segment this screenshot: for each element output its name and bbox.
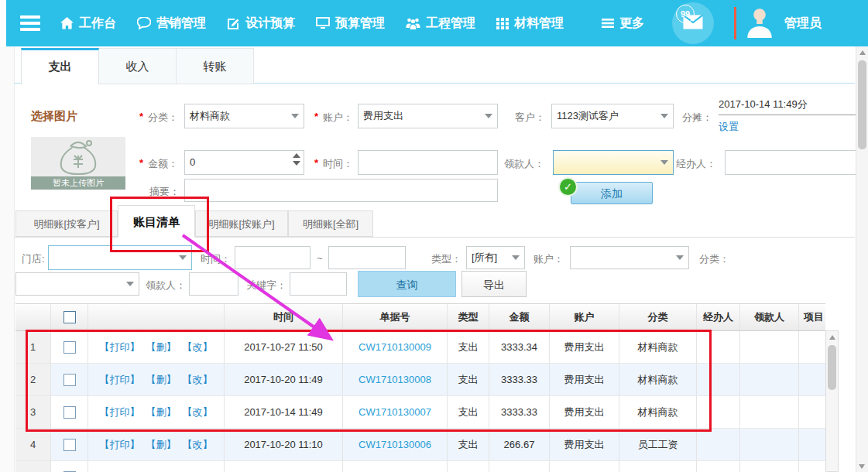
cell-type: 支出 bbox=[448, 331, 489, 363]
nav-item-more[interactable]: 更多 bbox=[602, 15, 644, 32]
doc-no-link[interactable]: CW1710130007 bbox=[343, 396, 448, 428]
time-from-field[interactable] bbox=[235, 246, 310, 269]
share-label: 分摊： bbox=[682, 111, 712, 125]
payee-filter-field[interactable] bbox=[189, 272, 238, 296]
delete-link[interactable]: 【删】 bbox=[146, 373, 177, 387]
row-checkbox[interactable] bbox=[63, 439, 76, 451]
edit-link[interactable]: 【改】 bbox=[183, 373, 213, 387]
cell-time: 2017-10-21 11:10 bbox=[225, 461, 343, 472]
type-filter-value: [所有] bbox=[472, 251, 497, 265]
top-navbar: 工作台 营销管理 设计预算 预算管理 工程管理 材料管理 bbox=[6, 0, 868, 46]
delete-link[interactable]: 【删】 bbox=[146, 340, 177, 354]
time-label: 时间： bbox=[323, 157, 353, 171]
print-link[interactable]: 【打印】 bbox=[100, 340, 140, 354]
row-checkbox[interactable] bbox=[63, 341, 76, 354]
keyword-field[interactable] bbox=[290, 272, 347, 296]
row-number: 2 bbox=[15, 364, 51, 395]
time-field[interactable] bbox=[358, 150, 498, 175]
chat-icon bbox=[137, 17, 151, 29]
doc-no-link[interactable]: CW1710130006 bbox=[343, 429, 448, 460]
print-link[interactable]: 【打印】 bbox=[100, 438, 140, 452]
nav-item-label: 工作台 bbox=[79, 15, 116, 32]
cell-payee bbox=[740, 429, 799, 460]
nav-item-engineering[interactable]: 工程管理 bbox=[406, 15, 475, 32]
cell-amount: 3333.33 bbox=[489, 396, 550, 428]
type-filter-select[interactable]: [所有] bbox=[466, 246, 525, 269]
page-scrollbar[interactable] bbox=[856, 46, 868, 472]
cell-agent bbox=[697, 331, 740, 363]
nav-item-label: 材料管理 bbox=[514, 15, 564, 32]
nav-item-design-budget[interactable]: 设计预算 bbox=[227, 15, 295, 32]
cell-payee bbox=[740, 461, 799, 472]
export-button[interactable]: 导出 bbox=[461, 271, 527, 297]
delete-link[interactable]: 【删】 bbox=[146, 438, 177, 452]
table-scrollbar[interactable] bbox=[825, 330, 839, 472]
print-link[interactable]: 【打印】 bbox=[100, 405, 140, 419]
delete-link[interactable]: 【删】 bbox=[146, 405, 177, 419]
row-checkbox[interactable] bbox=[63, 406, 76, 419]
row-checkbox[interactable] bbox=[63, 374, 76, 386]
print-link[interactable]: 【打印】 bbox=[100, 373, 140, 387]
tab-income[interactable]: 收入 bbox=[98, 48, 177, 84]
account-label: 账户： bbox=[323, 111, 353, 125]
account-select[interactable]: 费用支出 bbox=[358, 104, 498, 128]
summary-field[interactable] bbox=[184, 179, 498, 202]
row-number: 1 bbox=[15, 331, 51, 363]
account-filter-select[interactable] bbox=[570, 246, 689, 269]
hamburger-menu-icon[interactable] bbox=[20, 12, 40, 34]
page-scrollbar-thumb[interactable] bbox=[858, 60, 866, 149]
subtab-detail-by-customer[interactable]: 明细账[按客户] bbox=[15, 210, 118, 237]
tab-transfer[interactable]: 转账 bbox=[176, 48, 254, 84]
time-to-field[interactable] bbox=[328, 246, 406, 269]
row-number: 5 bbox=[15, 461, 51, 472]
scroll-up-icon[interactable] bbox=[829, 335, 835, 340]
customer-select[interactable]: 1123测试客户 bbox=[551, 104, 674, 128]
agent-field[interactable] bbox=[725, 150, 868, 175]
cell-amount: 3333.34 bbox=[489, 331, 550, 363]
doc-no-link[interactable]: CW1710130005 bbox=[343, 461, 448, 472]
image-placeholder[interactable]: 暂未上传图片 bbox=[31, 137, 125, 190]
secondary-filter-select[interactable] bbox=[15, 272, 139, 296]
nav-item-budget[interactable]: 预算管理 bbox=[316, 15, 385, 32]
cell-payee bbox=[740, 364, 799, 395]
amount-value: 0 bbox=[190, 156, 195, 168]
payee-select[interactable] bbox=[553, 150, 674, 175]
share-settings-link[interactable]: 设置 bbox=[719, 120, 739, 134]
nav-item-marketing[interactable]: 营销管理 bbox=[137, 15, 206, 32]
pick-image-link[interactable]: 选择图片 bbox=[31, 109, 77, 124]
add-button[interactable]: 添加 bbox=[571, 182, 653, 204]
edit-link[interactable]: 【改】 bbox=[183, 438, 213, 452]
subtab-account-list[interactable]: 账目清单 bbox=[118, 205, 195, 238]
edit-link[interactable]: 【改】 bbox=[183, 405, 213, 419]
doc-no-link[interactable]: CW1710130008 bbox=[343, 364, 448, 395]
messages-button[interactable]: 99 bbox=[672, 2, 714, 44]
nav-item-workbench[interactable]: 工作台 bbox=[60, 15, 116, 32]
category-label: 分类： bbox=[148, 111, 178, 125]
edit-link[interactable]: 【改】 bbox=[183, 340, 213, 354]
user-avatar[interactable] bbox=[746, 5, 774, 41]
nav-item-label: 预算管理 bbox=[335, 15, 385, 32]
select-all-checkbox[interactable] bbox=[63, 311, 76, 323]
category-select[interactable]: 材料商款 bbox=[184, 104, 304, 128]
row-actions: 【打印】 【删】 【改】 bbox=[88, 461, 225, 472]
amount-stepper[interactable]: 0 bbox=[184, 150, 304, 175]
spinner-arrows-icon[interactable] bbox=[293, 153, 300, 166]
scroll-down-icon[interactable] bbox=[859, 464, 865, 469]
subtab-detail-by-account[interactable]: 明细账[按账户] bbox=[195, 210, 288, 237]
subtab-detail-all[interactable]: 明细账[全部] bbox=[288, 210, 373, 237]
user-name[interactable]: 管理员 bbox=[784, 15, 822, 32]
row-actions: 【打印】 【删】 【改】 bbox=[88, 429, 225, 460]
check-circle-icon: ✓ bbox=[558, 177, 578, 197]
cell-project bbox=[799, 396, 825, 428]
tab-expense[interactable]: 支出 bbox=[21, 48, 99, 85]
nav-item-materials[interactable]: 材料管理 bbox=[496, 15, 564, 32]
monitor-icon bbox=[316, 17, 330, 29]
store-filter-select[interactable] bbox=[48, 245, 192, 270]
doc-no-link[interactable]: CW1710130009 bbox=[343, 331, 448, 363]
search-button[interactable]: 查询 bbox=[358, 271, 456, 297]
cell-time: 2017-10-20 11:10 bbox=[225, 429, 343, 460]
cell-time: 2017-10-27 11:50 bbox=[225, 331, 343, 363]
table-scrollbar-thumb[interactable] bbox=[828, 345, 836, 390]
scroll-up-icon[interactable] bbox=[859, 50, 866, 55]
cell-category: 材料商款 bbox=[619, 396, 697, 428]
